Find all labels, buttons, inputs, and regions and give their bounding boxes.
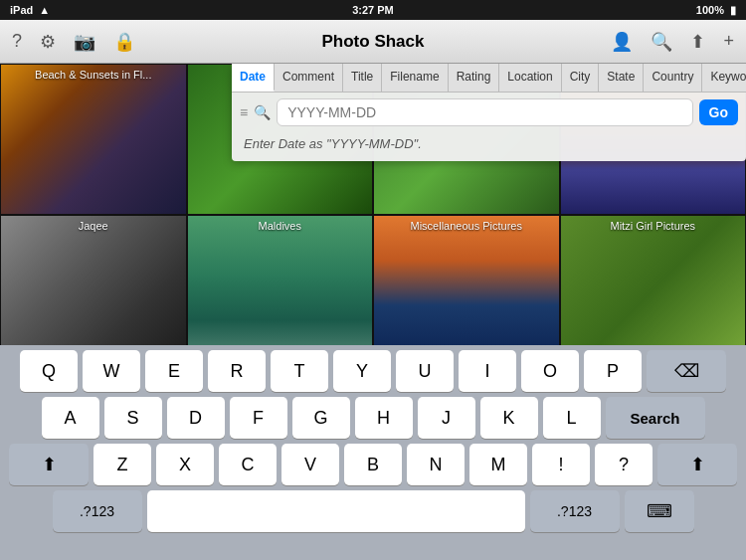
search-field-icon: 🔍 [254,104,271,120]
key-z[interactable]: Z [93,444,151,485]
shift-left-key[interactable]: ⬆ [9,444,89,485]
share-icon[interactable]: ⬆ [690,31,705,53]
num-key-left[interactable]: .?123 [53,490,142,532]
key-o[interactable]: O [521,350,579,392]
tab-location[interactable]: Location [499,64,561,92]
key-i[interactable]: I [459,350,516,392]
key-k[interactable]: K [480,397,538,439]
status-time: 3:27 PM [352,4,394,16]
photo-misc[interactable]: Miscellaneous Pictures [373,215,560,366]
status-bar: iPad ▲ 3:27 PM 100% ▮ [0,0,746,20]
key-s[interactable]: S [104,397,162,439]
delete-key[interactable]: ⌫ [647,350,726,392]
nav-icons-left: ? ⚙ 📷 🔒 [12,31,135,53]
key-n[interactable]: N [407,444,465,485]
key-e[interactable]: E [145,350,203,392]
num-key-right[interactable]: .?123 [530,490,620,532]
nav-bar: ? ⚙ 📷 🔒 Photo Shack 👤 🔍 ⬆ + [0,20,746,64]
tab-rating[interactable]: Rating [449,64,500,92]
key-d[interactable]: D [167,397,225,439]
kb-row-4: .?123 .?123 ⌨ [0,485,746,532]
tab-date[interactable]: Date [232,64,275,92]
space-key[interactable] [147,490,525,532]
search-input-row: ≡ 🔍 Go [232,93,746,132]
key-l[interactable]: L [543,397,601,439]
photo-mitzi[interactable]: Mitzi Girl Pictures [560,215,747,366]
filter-icon: ≡ [240,104,248,120]
nav-icons-right: 👤 🔍 ⬆ + [611,31,734,53]
ipad-label: iPad [10,4,33,16]
tab-keyword[interactable]: Keyword [702,64,746,92]
search-hint: Enter Date as "YYYY-MM-DD". [232,132,746,153]
camera-icon[interactable]: 📷 [74,31,95,53]
key-y[interactable]: Y [333,350,391,392]
tab-state[interactable]: State [599,64,644,92]
photo-label-jaqee: Jaqee [1,220,186,232]
tab-city[interactable]: City [562,64,600,92]
key-question[interactable]: ? [595,444,653,485]
key-j[interactable]: J [418,397,475,439]
key-f[interactable]: F [230,397,287,439]
keyboard: Q W E R T Y U I O P ⌫ A S D F G H J K L … [0,345,746,560]
lock-icon[interactable]: 🔒 [113,31,135,53]
status-left: iPad ▲ [10,4,50,16]
search-tabs: Date Comment Title Filename Rating Locat… [232,64,746,93]
key-t[interactable]: T [271,350,328,392]
search-overlay: Date Comment Title Filename Rating Locat… [232,64,746,161]
battery-label: 100% [696,4,724,16]
key-m[interactable]: M [469,444,527,485]
photo-beach-sunsets[interactable]: Beach & Sunsets in Fl... [0,64,187,215]
tab-country[interactable]: Country [644,64,702,92]
photo-row-2: Jaqee Maldives Miscellaneous Pictures Mi… [0,215,746,366]
photo-label-maldives: Maldives [188,220,373,232]
status-right: 100% ▮ [696,4,736,17]
key-exclaim[interactable]: ! [532,444,590,485]
search-icon[interactable]: 🔍 [651,31,672,53]
gear-icon[interactable]: ⚙ [40,31,56,53]
key-w[interactable]: W [83,350,140,392]
kb-row-2: A S D F G H J K L Search [0,392,746,439]
wifi-icon: ▲ [39,4,50,16]
tab-filename[interactable]: Filename [382,64,448,92]
key-u[interactable]: U [396,350,454,392]
add-icon[interactable]: + [723,31,734,52]
key-g[interactable]: G [292,397,350,439]
photo-label-misc: Miscellaneous Pictures [374,220,559,232]
go-button[interactable]: Go [699,99,738,125]
photo-label-beach: Beach & Sunsets in Fl... [1,69,186,81]
search-input[interactable] [277,98,692,126]
battery-icon: ▮ [730,4,736,17]
key-q[interactable]: Q [20,350,78,392]
person-icon[interactable]: 👤 [611,31,633,53]
key-x[interactable]: X [156,444,214,485]
key-h[interactable]: H [355,397,413,439]
photo-jaqee[interactable]: Jaqee [0,215,187,366]
keyboard-dismiss-key[interactable]: ⌨ [625,490,694,532]
content-area: Beach & Sunsets in Fl... Jaqee Maldives … [0,64,746,367]
key-c[interactable]: C [219,444,277,485]
kb-row-3: ⬆ Z X C V B N M ! ? ⬆ [0,439,746,485]
key-p[interactable]: P [584,350,642,392]
key-v[interactable]: V [281,444,339,485]
search-key[interactable]: Search [606,397,705,439]
photo-label-mitzi: Mitzi Girl Pictures [561,220,746,232]
tab-title[interactable]: Title [343,64,382,92]
key-r[interactable]: R [208,350,266,392]
key-b[interactable]: B [344,444,402,485]
shift-right-key[interactable]: ⬆ [657,444,737,485]
kb-row-1: Q W E R T Y U I O P ⌫ [0,345,746,392]
help-icon[interactable]: ? [12,31,22,52]
photo-maldives[interactable]: Maldives [187,215,374,366]
page-title: Photo Shack [322,32,425,52]
tab-comment[interactable]: Comment [275,64,343,92]
key-a[interactable]: A [42,397,99,439]
